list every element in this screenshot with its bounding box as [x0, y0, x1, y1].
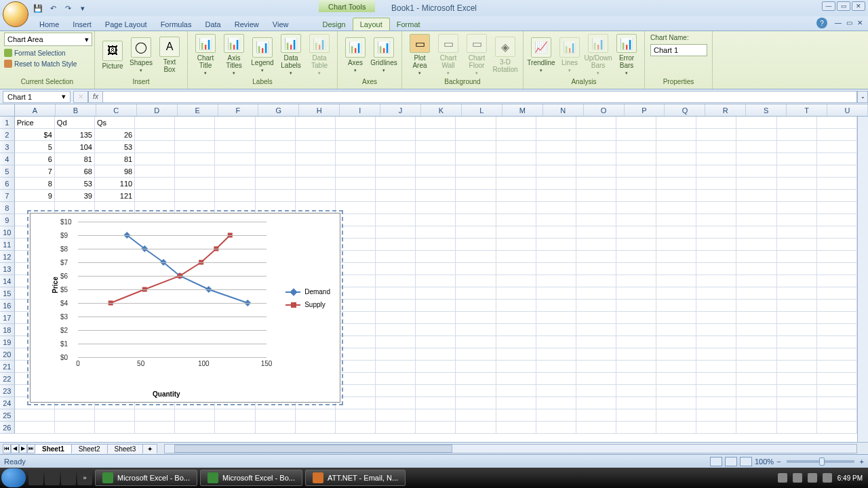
- row-header[interactable]: 22: [0, 373, 15, 385]
- cell[interactable]: [496, 190, 536, 202]
- x-axis-title[interactable]: Quantity: [153, 390, 180, 398]
- cell[interactable]: [456, 373, 496, 385]
- cell[interactable]: [576, 287, 616, 300]
- cell[interactable]: [496, 385, 536, 397]
- cell[interactable]: [616, 275, 656, 287]
- redo-icon[interactable]: ↷: [62, 3, 73, 14]
- column-header[interactable]: Q: [665, 104, 705, 116]
- cell[interactable]: [817, 141, 857, 153]
- cell[interactable]: [496, 312, 536, 324]
- column-header[interactable]: B: [56, 104, 96, 116]
- cell[interactable]: [777, 129, 817, 141]
- row-header[interactable]: 10: [0, 226, 15, 239]
- cell[interactable]: [656, 202, 696, 214]
- tab-layout[interactable]: Layout: [353, 18, 390, 30]
- cell[interactable]: [336, 287, 376, 300]
- cell[interactable]: [336, 141, 376, 153]
- cell[interactable]: [536, 397, 576, 409]
- cell[interactable]: [496, 361, 536, 373]
- cell[interactable]: [696, 141, 736, 153]
- cell[interactable]: [777, 336, 817, 348]
- rotation-button[interactable]: ◈3-D Rotation: [492, 33, 519, 77]
- cell[interactable]: [736, 141, 776, 153]
- taskbar-item-excel2[interactable]: Microsoft Excel - Bo...: [200, 470, 302, 486]
- cell[interactable]: [777, 300, 817, 312]
- row-header[interactable]: 5: [0, 165, 15, 178]
- cell[interactable]: [496, 214, 536, 226]
- cell[interactable]: [496, 165, 536, 178]
- cell[interactable]: [736, 214, 776, 226]
- cell[interactable]: [736, 422, 776, 434]
- cell[interactable]: 81: [95, 153, 135, 165]
- cell[interactable]: [536, 129, 576, 141]
- row-header[interactable]: 14: [0, 275, 15, 287]
- cell[interactable]: [576, 361, 616, 373]
- cell[interactable]: [215, 190, 255, 202]
- cell[interactable]: [336, 409, 376, 422]
- cell[interactable]: [175, 409, 215, 422]
- cell[interactable]: [736, 409, 776, 422]
- cell[interactable]: [696, 312, 736, 324]
- cell[interactable]: [616, 251, 656, 263]
- cell[interactable]: [736, 178, 776, 190]
- cell[interactable]: [736, 385, 776, 397]
- cell[interactable]: 9: [15, 190, 55, 202]
- updown-bars-button[interactable]: 📊Up/Down Bars▾: [585, 33, 612, 77]
- cell[interactable]: [536, 190, 576, 202]
- cell[interactable]: [416, 397, 456, 409]
- cell[interactable]: [656, 348, 696, 361]
- legend-button[interactable]: 📊Legend▾: [249, 33, 276, 77]
- cell[interactable]: [55, 409, 95, 422]
- cell[interactable]: [736, 117, 776, 129]
- cell[interactable]: [376, 239, 416, 251]
- cell[interactable]: [256, 178, 296, 190]
- cell[interactable]: [656, 287, 696, 300]
- column-header[interactable]: K: [421, 104, 462, 116]
- cell[interactable]: [777, 153, 817, 165]
- cell[interactable]: [376, 251, 416, 263]
- save-icon[interactable]: 💾: [33, 3, 43, 14]
- cell[interactable]: [777, 251, 817, 263]
- cell[interactable]: [336, 397, 376, 409]
- tab-data[interactable]: Data: [198, 18, 227, 30]
- chart-name-input[interactable]: [650, 44, 707, 56]
- cell[interactable]: [817, 226, 857, 239]
- cell[interactable]: [536, 275, 576, 287]
- cell[interactable]: [696, 178, 736, 190]
- cell[interactable]: [656, 239, 696, 251]
- cell[interactable]: [175, 178, 215, 190]
- cell[interactable]: [817, 300, 857, 312]
- cell[interactable]: [616, 397, 656, 409]
- cell[interactable]: 39: [55, 190, 95, 202]
- cell[interactable]: [576, 214, 616, 226]
- cell[interactable]: [576, 275, 616, 287]
- cell[interactable]: [616, 312, 656, 324]
- cell[interactable]: [416, 226, 456, 239]
- cell[interactable]: [416, 251, 456, 263]
- cell[interactable]: [336, 129, 376, 141]
- cell[interactable]: [736, 239, 776, 251]
- cell[interactable]: [336, 190, 376, 202]
- cell[interactable]: [777, 141, 817, 153]
- cell[interactable]: [736, 300, 776, 312]
- cell[interactable]: [456, 141, 496, 153]
- qat-customize-icon[interactable]: ▾: [77, 3, 88, 14]
- cell[interactable]: [736, 263, 776, 275]
- cell[interactable]: [496, 287, 536, 300]
- ql-explorer-icon[interactable]: [45, 470, 60, 485]
- cell[interactable]: 53: [95, 141, 135, 153]
- cell[interactable]: [256, 129, 296, 141]
- cell[interactable]: [817, 373, 857, 385]
- cell[interactable]: [817, 239, 857, 251]
- tab-format[interactable]: Format: [390, 18, 427, 30]
- cell[interactable]: [536, 409, 576, 422]
- cell[interactable]: [536, 348, 576, 361]
- maximize-button[interactable]: ▭: [837, 1, 850, 11]
- cell[interactable]: [296, 178, 336, 190]
- cell[interactable]: [496, 373, 536, 385]
- cell[interactable]: [416, 373, 456, 385]
- column-header[interactable]: E: [178, 104, 218, 116]
- cell[interactable]: [777, 422, 817, 434]
- cell[interactable]: Price: [15, 117, 55, 129]
- cell[interactable]: [656, 385, 696, 397]
